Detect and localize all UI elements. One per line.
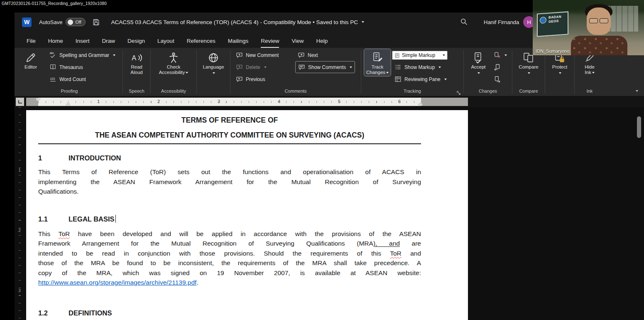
delete-comment-button[interactable]: Delete (233, 61, 269, 73)
webcam-video-tile: BADAN GEOS IDN_Sumaryono (533, 0, 644, 55)
accessibility-person-icon (168, 52, 179, 64)
group-divider (463, 50, 464, 94)
spelling-grammar-button[interactable]: abc Spelling and Grammar (47, 49, 118, 61)
mra-hyperlink[interactable]: http://www.asean.org/storage/images/arch… (38, 279, 196, 286)
document-page[interactable]: TERMS OF REFERENCE OF THE ASEAN COMPETEN… (26, 110, 468, 320)
previous-comment-button[interactable]: Previous (233, 73, 268, 85)
track-changes-button[interactable]: Track Changes (364, 49, 391, 76)
show-comments-icon (298, 64, 305, 71)
chevron-down-icon (504, 54, 507, 56)
tab-layout[interactable]: Layout (151, 35, 181, 48)
group-divider (196, 50, 197, 94)
check-accessibility-button[interactable]: Check Accessibility (157, 49, 191, 76)
hanging-indent-marker[interactable] (66, 102, 71, 106)
doc-line: implementing the ASEAN Framework Arrange… (38, 177, 421, 187)
doc-line: copy of the MRA, which was signed on 19 … (38, 268, 421, 278)
autosave-switch[interactable]: Off (66, 18, 86, 26)
document-title[interactable]: ACACS5 03 ACACS Terms of Reference (TOR)… (111, 19, 364, 25)
ruler-number: 1 (97, 99, 100, 104)
vertical-scrollbar[interactable] (637, 116, 641, 318)
chevron-down-icon (438, 66, 441, 68)
account-area[interactable]: Hanif Firnanda H (484, 12, 535, 32)
paragraph-2: This ToR have been developed and will be… (38, 229, 421, 288)
next-comment-icon (298, 52, 305, 59)
horizontal-ruler[interactable]: 1 2 3 4 5 6 (26, 98, 468, 106)
ruler-number: 2 (15, 228, 24, 233)
show-markup-button[interactable]: Show Markup (392, 61, 443, 73)
svg-text:A: A (132, 54, 136, 62)
scrollbar-thumb[interactable] (637, 116, 641, 138)
thesaurus-button[interactable]: Thesaurus (47, 61, 86, 73)
read-aloud-button[interactable]: A Read Aloud (125, 49, 148, 76)
chevron-down-icon (528, 72, 530, 74)
webcam-participant-name: IDN_Sumaryono (536, 49, 569, 54)
spelling-check-icon: abc (49, 52, 56, 59)
tab-file[interactable]: File (20, 35, 42, 48)
search-button[interactable] (460, 17, 468, 26)
language-button[interactable]: Language (201, 49, 226, 76)
accept-button[interactable]: Accept (467, 49, 490, 76)
heading-1: 1INTRODUCTION (38, 154, 421, 162)
tab-design[interactable]: Design (121, 35, 151, 48)
reviewing-pane-button[interactable]: Reviewing Pane (392, 73, 449, 85)
tracking-dialog-launcher[interactable] (456, 91, 461, 95)
tab-references[interactable]: References (181, 35, 222, 48)
tab-stop-selector[interactable] (16, 98, 24, 106)
doc-line: This Terms of Reference (ToR) sets out t… (38, 167, 421, 177)
next-comment-button[interactable]: Next (295, 49, 321, 61)
globe-icon (208, 52, 219, 64)
ruler-number: 4 (278, 99, 280, 104)
group-label-compare: Compare (513, 88, 544, 96)
tab-review[interactable]: Review (255, 35, 285, 48)
save-icon (92, 18, 100, 26)
tab-draw[interactable]: Draw (96, 35, 122, 48)
doc-line: intended to be read in conjunction with … (38, 249, 421, 258)
group-divider (512, 50, 512, 94)
svg-text:123: 123 (50, 77, 55, 81)
autosave-toggle[interactable]: AutoSave Off (39, 18, 86, 26)
save-button[interactable] (92, 18, 100, 26)
group-label-tracking: Tracking (362, 88, 463, 96)
group-accessibility: Check Accessibility Accessibility (152, 48, 196, 96)
next-change-icon (494, 76, 501, 83)
previous-change-button[interactable] (491, 61, 503, 73)
vertical-ruler[interactable]: 1 2 3 (15, 107, 24, 320)
group-label-comments: Comments (231, 88, 360, 96)
tab-mailings[interactable]: Mailings (222, 35, 255, 48)
right-indent-marker[interactable] (418, 102, 423, 106)
track-changes-icon (371, 52, 384, 64)
group-language: Language (198, 48, 229, 96)
markup-mode-select[interactable]: Simple Markup (392, 51, 448, 60)
word-count-button[interactable]: 123 Word Count (47, 73, 88, 85)
ruler-number: 5 (338, 99, 340, 104)
toggle-knob (68, 20, 73, 25)
next-change-button[interactable] (491, 73, 503, 85)
doc-title-line2: THE ASEAN COMPETENT AUTHORITY COMMITTEE … (38, 131, 421, 144)
group-divider (230, 50, 230, 94)
chevron-down-icon (444, 79, 447, 80)
doc-line: This ToR have been developed and will be… (38, 229, 421, 239)
ruler-number: 1 (15, 168, 24, 172)
ruler-number: 3 (15, 288, 24, 293)
tab-insert[interactable]: Insert (69, 35, 96, 48)
tab-view[interactable]: View (285, 35, 310, 48)
tab-stop-icon (18, 100, 22, 103)
webcam-sign-logo (540, 17, 546, 24)
word-logo[interactable]: W (22, 17, 32, 27)
tab-home[interactable]: Home (42, 35, 69, 48)
accept-icon (472, 52, 485, 64)
first-line-indent-marker[interactable] (36, 98, 41, 101)
collapse-ribbon-button[interactable] (635, 87, 638, 94)
webcam-sign: BADAN GEOS (537, 11, 568, 37)
editor-button[interactable]: Editor (19, 49, 42, 71)
show-comments-button[interactable]: Show Comments (295, 61, 355, 73)
tab-help[interactable]: Help (310, 35, 334, 48)
screen: GMT20230126-011755_Recording_gallery_192… (0, 0, 644, 320)
tracked-insertion: ), and (373, 240, 400, 247)
new-comment-button[interactable]: New Comment (233, 49, 281, 61)
doc-title-line1: TERMS OF REFERENCE OF (38, 116, 421, 125)
word-window: W AutoSave Off ACACS5 03 ACACS Terms of … (15, 12, 644, 320)
reject-button[interactable] (491, 49, 509, 61)
group-divider (574, 50, 575, 94)
previous-change-icon (494, 64, 501, 71)
